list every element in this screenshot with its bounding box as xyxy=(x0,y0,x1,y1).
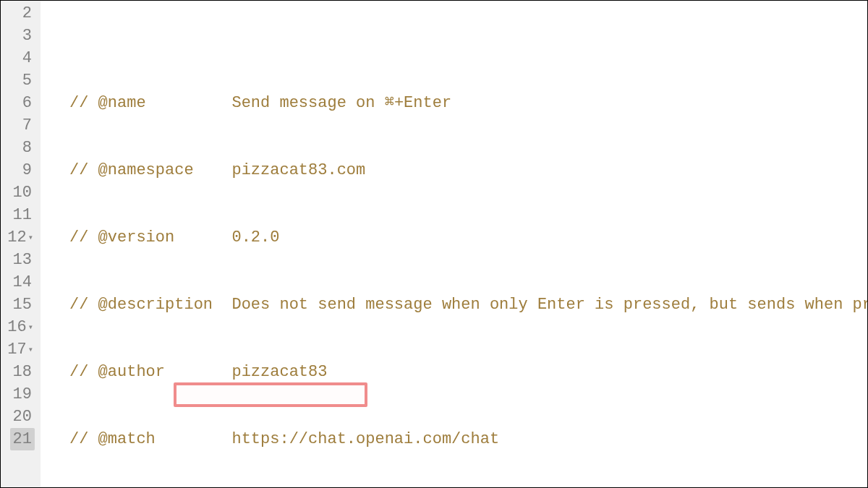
code-line[interactable]: // @description Does not send message wh… xyxy=(69,294,867,316)
code-line[interactable]: // @match https://chat.openai.com/chat xyxy=(69,428,867,450)
gutter-line[interactable]: 16▾ xyxy=(1,316,32,338)
gutter-line: 8 xyxy=(1,137,32,159)
gutter-line: 13 xyxy=(1,249,32,271)
code-editor[interactable]: 2 3 4 5 6 7 8 9 10 11 12▾ 13 14 15 16▾ 1… xyxy=(1,1,867,487)
gutter-line[interactable]: 12▾ xyxy=(1,226,32,249)
fold-icon[interactable]: ▾ xyxy=(28,322,33,333)
gutter-line: 10 xyxy=(1,181,32,204)
gutter-line: 19 xyxy=(1,383,32,406)
code-line[interactable]: // @namespace pizzacat83.com xyxy=(69,159,867,181)
code-line[interactable]: // @name Send message on ⌘+Enter xyxy=(69,92,867,114)
highlight-box xyxy=(174,382,367,407)
code-line[interactable]: // @author pizzacat83 xyxy=(69,361,867,383)
gutter-line: 6 xyxy=(1,92,32,114)
gutter-line: 4 xyxy=(1,47,32,69)
gutter-line: 5 xyxy=(1,69,32,92)
gutter-line: 15 xyxy=(1,294,32,316)
gutter-line: 7 xyxy=(1,114,32,137)
gutter-line-active: 21 xyxy=(1,428,32,450)
fold-icon[interactable]: ▾ xyxy=(28,233,33,243)
gutter-line: 3 xyxy=(1,25,32,47)
gutter-line: 11 xyxy=(1,204,32,226)
gutter: 2 3 4 5 6 7 8 9 10 11 12▾ 13 14 15 16▾ 1… xyxy=(1,1,41,487)
fold-icon[interactable]: ▾ xyxy=(28,345,33,355)
gutter-line: 2 xyxy=(1,2,32,25)
gutter-line[interactable]: 17▾ xyxy=(1,338,32,361)
gutter-line: 14 xyxy=(1,271,32,294)
gutter-line: 18 xyxy=(1,361,32,383)
code-area[interactable]: // @name Send message on ⌘+Enter // @nam… xyxy=(41,1,867,487)
code-line[interactable]: // @version 0.2.0 xyxy=(69,226,867,249)
gutter-line: 9 xyxy=(1,159,32,181)
gutter-line: 20 xyxy=(1,406,32,428)
